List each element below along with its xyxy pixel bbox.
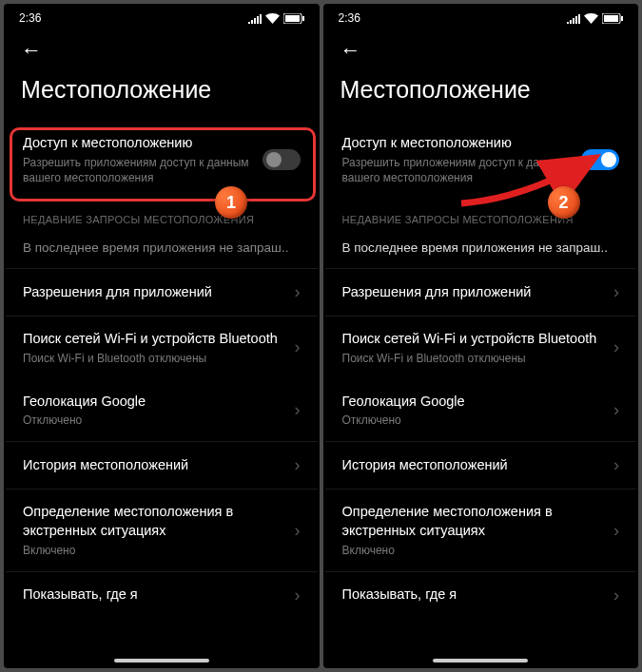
- item-sub: Разрешить приложениям доступ к данным ва…: [23, 155, 253, 185]
- chevron-right-icon: ›: [295, 282, 301, 302]
- svg-rect-5: [621, 16, 623, 21]
- item-title: История местоположений: [342, 456, 605, 475]
- item-title: Поиск сетей Wi-Fi и устройств Bluetooth: [23, 330, 285, 349]
- item-title: Доступ к местоположению: [342, 134, 573, 153]
- content: Доступ к местоположению Разрешить прилож…: [4, 121, 320, 668]
- location-access-toggle[interactable]: [581, 149, 619, 170]
- chevron-right-icon: ›: [613, 521, 619, 541]
- back-row: ←: [323, 29, 639, 68]
- location-access-item[interactable]: Доступ к местоположению Разрешить прилож…: [6, 121, 318, 199]
- item-sub: Отключено: [342, 413, 605, 428]
- item-title: Определение местоположения в экстренных …: [342, 503, 605, 540]
- app-permissions-item[interactable]: Разрешения для приложений ›: [6, 269, 318, 316]
- wifi-icon: [265, 13, 280, 24]
- home-indicator[interactable]: [433, 659, 528, 662]
- emergency-location-item[interactable]: Определение местоположения в экстренных …: [6, 490, 318, 570]
- home-indicator[interactable]: [114, 659, 209, 662]
- location-history-item[interactable]: История местоположений ›: [6, 442, 318, 489]
- phone-left: 2:36 ← Местоположение Доступ к местополо…: [4, 4, 320, 668]
- location-access-toggle[interactable]: [263, 149, 301, 170]
- back-icon[interactable]: ←: [340, 38, 361, 62]
- svg-rect-1: [285, 15, 300, 22]
- signal-icon: [567, 13, 580, 24]
- phone-right: 2:36 ← Местоположение Доступ к местополо…: [323, 4, 639, 668]
- chevron-right-icon: ›: [295, 337, 301, 357]
- page-title: Местоположение: [4, 68, 320, 121]
- recent-empty-text: В последнее время приложения не запраш..: [325, 231, 637, 268]
- chevron-right-icon: ›: [295, 455, 301, 475]
- back-row: ←: [4, 29, 320, 68]
- chevron-right-icon: ›: [613, 400, 619, 420]
- wifi-bt-scan-item[interactable]: Поиск сетей Wi-Fi и устройств Bluetooth …: [6, 317, 318, 379]
- status-icons: [567, 13, 623, 24]
- svg-rect-2: [302, 16, 304, 21]
- chevron-right-icon: ›: [295, 400, 301, 420]
- chevron-right-icon: ›: [613, 337, 619, 357]
- item-title: Геолокация Google: [23, 393, 285, 412]
- item-sub: Разрешить приложениям доступ к данным ва…: [342, 155, 573, 185]
- item-sub: Включено: [23, 543, 285, 558]
- status-bar: 2:36: [323, 4, 639, 29]
- section-recent: НЕДАВНИЕ ЗАПРОСЫ МЕСТОПОЛОЖЕНИЯ: [6, 199, 318, 231]
- item-title: Геолокация Google: [342, 393, 605, 412]
- item-title: Доступ к местоположению: [23, 134, 253, 153]
- item-title: Показывать, где я: [23, 586, 285, 605]
- svg-rect-4: [604, 15, 618, 22]
- item-sub: Отключено: [23, 413, 285, 428]
- chevron-right-icon: ›: [613, 455, 619, 475]
- wifi-bt-scan-item[interactable]: Поиск сетей Wi-Fi и устройств Bluetooth …: [325, 317, 637, 379]
- chevron-right-icon: ›: [295, 521, 301, 541]
- item-title: Разрешения для приложений: [23, 283, 285, 302]
- status-time: 2:36: [19, 11, 41, 25]
- item-text: Доступ к местоположению Разрешить прилож…: [342, 134, 582, 185]
- item-title: Показывать, где я: [342, 586, 605, 605]
- item-text: Доступ к местоположению Разрешить прилож…: [23, 134, 263, 185]
- location-access-item[interactable]: Доступ к местоположению Разрешить прилож…: [325, 121, 637, 199]
- show-where-i-am-item[interactable]: Показывать, где я ›: [6, 572, 318, 619]
- chevron-right-icon: ›: [295, 586, 301, 605]
- app-permissions-item[interactable]: Разрешения для приложений ›: [325, 269, 637, 316]
- google-location-item[interactable]: Геолокация Google Отключено ›: [6, 379, 318, 442]
- status-time: 2:36: [339, 11, 360, 25]
- emergency-location-item[interactable]: Определение местоположения в экстренных …: [325, 490, 637, 570]
- badge-1: 1: [215, 186, 247, 219]
- item-sub: Включено: [342, 543, 605, 558]
- recent-empty-text: В последнее время приложения не запраш..: [6, 231, 318, 268]
- google-location-item[interactable]: Геолокация Google Отключено ›: [325, 379, 637, 442]
- chevron-right-icon: ›: [613, 586, 619, 605]
- status-icons: [248, 13, 304, 24]
- item-sub: Поиск Wi-Fi и Bluetooth отключены: [342, 351, 605, 366]
- item-sub: Поиск Wi-Fi и Bluetooth отключены: [23, 351, 285, 366]
- item-title: Разрешения для приложений: [342, 283, 605, 302]
- signal-icon: [248, 13, 262, 24]
- chevron-right-icon: ›: [613, 282, 619, 302]
- page-title: Местоположение: [323, 68, 639, 121]
- location-history-item[interactable]: История местоположений ›: [325, 442, 637, 489]
- show-where-i-am-item[interactable]: Показывать, где я ›: [325, 572, 637, 619]
- battery-icon: [602, 13, 623, 24]
- back-icon[interactable]: ←: [21, 38, 42, 62]
- content: Доступ к местоположению Разрешить прилож…: [323, 121, 639, 668]
- item-title: Определение местоположения в экстренных …: [23, 503, 285, 540]
- section-recent: НЕДАВНИЕ ЗАПРОСЫ МЕСТОПОЛОЖЕНИЯ: [325, 199, 637, 231]
- wifi-icon: [584, 13, 598, 24]
- item-title: Поиск сетей Wi-Fi и устройств Bluetooth: [342, 330, 605, 349]
- battery-icon: [283, 13, 304, 24]
- badge-2: 2: [548, 186, 580, 219]
- item-title: История местоположений: [23, 456, 285, 475]
- status-bar: 2:36: [4, 4, 320, 29]
